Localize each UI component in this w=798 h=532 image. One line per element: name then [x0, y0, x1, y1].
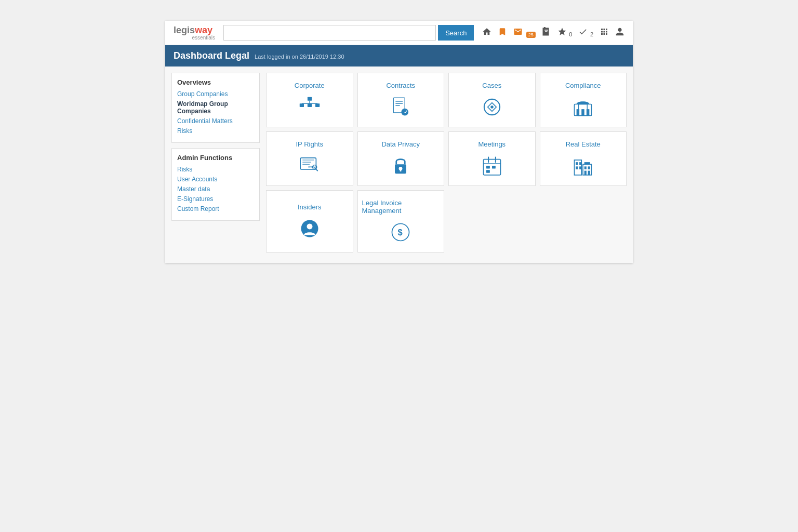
user-icon[interactable]: [615, 27, 624, 38]
header: legisway essentials Search 25: [165, 21, 633, 45]
grid-row-3: Insiders Legal Invoice Management $: [266, 190, 627, 252]
card-real-estate[interactable]: Real Estate: [540, 131, 627, 186]
bookmark-icon[interactable]: [498, 27, 507, 38]
search-button[interactable]: Search: [438, 25, 474, 41]
favorites-count: 0: [569, 31, 572, 37]
card-contracts[interactable]: Contracts ✓: [357, 73, 445, 127]
svg-rect-2: [308, 103, 312, 107]
compliance-icon: [571, 96, 594, 118]
meetings-icon: [481, 154, 503, 177]
svg-rect-45: [584, 171, 587, 175]
svg-rect-43: [584, 166, 587, 169]
svg-rect-33: [486, 166, 490, 169]
svg-rect-37: [583, 164, 592, 175]
title-bar: Dashboard Legal Last logged in on 26/11/…: [165, 45, 633, 66]
svg-rect-1: [300, 103, 304, 107]
sidebar-link-master-data[interactable]: Master data: [177, 185, 254, 193]
tasks-icon[interactable]: 2: [578, 27, 593, 38]
grid-row-1: Corporate Contracts: [266, 73, 627, 127]
search-input[interactable]: [223, 25, 436, 41]
card-insiders[interactable]: Insiders: [266, 190, 353, 252]
card-meetings-label: Meetings: [478, 140, 506, 148]
card-corporate-label: Corporate: [295, 82, 325, 89]
legal-invoice-icon: $: [389, 221, 412, 244]
corporate-icon: [298, 96, 321, 118]
card-compliance-label: Compliance: [565, 82, 601, 89]
svg-rect-34: [492, 166, 496, 169]
svg-rect-39: [576, 162, 578, 165]
sidebar-link-confidential[interactable]: Confidential Matters: [177, 117, 254, 125]
card-data-privacy[interactable]: Data Privacy: [357, 131, 445, 186]
logo: legisway essentials: [174, 25, 215, 41]
card-meetings[interactable]: Meetings: [448, 131, 536, 186]
card-ip-rights[interactable]: IP Rights www: [266, 131, 353, 186]
svg-rect-44: [588, 166, 590, 169]
card-compliance[interactable]: Compliance: [540, 73, 627, 127]
sidebar-link-worldmap[interactable]: Worldmap Group Companies: [177, 100, 254, 115]
overviews-title: Overviews: [177, 78, 254, 86]
cases-icon: [481, 96, 503, 118]
svg-rect-38: [584, 162, 590, 164]
sidebar-link-esignatures[interactable]: E-Signatures: [177, 195, 254, 203]
svg-rect-40: [579, 162, 581, 165]
insiders-icon: [298, 217, 321, 240]
search-bar: Search: [223, 25, 474, 41]
data-privacy-icon: [389, 154, 412, 177]
card-cases-label: Cases: [482, 82, 501, 89]
svg-rect-17: [577, 109, 580, 115]
logo-legis: legis: [174, 25, 195, 35]
book-icon[interactable]: [542, 27, 551, 38]
home-icon[interactable]: [482, 27, 491, 38]
last-logged: Last logged in on 26/11/2019 12:30: [255, 54, 344, 60]
sidebar-link-admin-risks[interactable]: Risks: [177, 166, 254, 173]
card-insiders-label: Insiders: [298, 203, 322, 211]
svg-rect-0: [308, 97, 312, 101]
dashboard-grid: Corporate Contracts: [266, 73, 627, 257]
svg-rect-28: [400, 169, 402, 171]
svg-rect-46: [588, 171, 590, 175]
page-title: Dashboard Legal: [174, 50, 249, 61]
favorites-icon[interactable]: 0: [557, 27, 573, 38]
card-legal-invoice-label: Legal Invoice Management: [362, 199, 440, 215]
sidebar-link-custom-report[interactable]: Custom Report: [177, 205, 254, 212]
svg-point-14: [490, 105, 494, 109]
svg-text:✓: ✓: [404, 109, 408, 115]
overviews-section: Overviews Group Companies Worldmap Group…: [171, 73, 260, 143]
real-estate-icon: [571, 154, 594, 177]
card-data-privacy-label: Data Privacy: [381, 140, 420, 148]
svg-rect-35: [486, 170, 490, 173]
svg-point-48: [307, 223, 312, 229]
svg-rect-18: [582, 109, 585, 115]
card-contracts-label: Contracts: [386, 82, 415, 89]
app-container: legisway essentials Search 25: [165, 21, 633, 263]
logo-way: way: [195, 25, 212, 35]
svg-rect-41: [576, 166, 578, 169]
notifications-badge: 25: [526, 32, 536, 38]
admin-section: Admin Functions Risks User Accounts Mast…: [171, 148, 260, 221]
sidebar-link-risks[interactable]: Risks: [177, 127, 254, 135]
svg-rect-3: [315, 103, 320, 107]
sidebar-link-group-companies[interactable]: Group Companies: [177, 90, 254, 98]
header-icons: 25 0 2: [482, 27, 624, 38]
grid-row-2: IP Rights www Data Privacy: [266, 131, 627, 186]
svg-rect-19: [587, 109, 590, 115]
card-real-estate-label: Real Estate: [566, 140, 601, 148]
card-cases[interactable]: Cases: [448, 73, 536, 127]
card-legal-invoice[interactable]: Legal Invoice Management $: [357, 190, 445, 252]
admin-title: Admin Functions: [177, 154, 254, 162]
svg-text:$: $: [398, 228, 403, 237]
tasks-count: 2: [590, 31, 593, 37]
card-corporate[interactable]: Corporate: [266, 73, 353, 127]
notifications-icon[interactable]: 25: [513, 27, 535, 38]
main-content: Overviews Group Companies Worldmap Group…: [165, 66, 633, 263]
ip-rights-icon: www: [298, 154, 321, 177]
svg-rect-42: [579, 166, 581, 169]
sidebar: Overviews Group Companies Worldmap Group…: [171, 73, 260, 257]
sidebar-link-user-accounts[interactable]: User Accounts: [177, 176, 254, 183]
card-ip-rights-label: IP Rights: [296, 140, 323, 148]
contracts-icon: ✓: [389, 96, 412, 118]
apps-icon[interactable]: [600, 27, 609, 38]
